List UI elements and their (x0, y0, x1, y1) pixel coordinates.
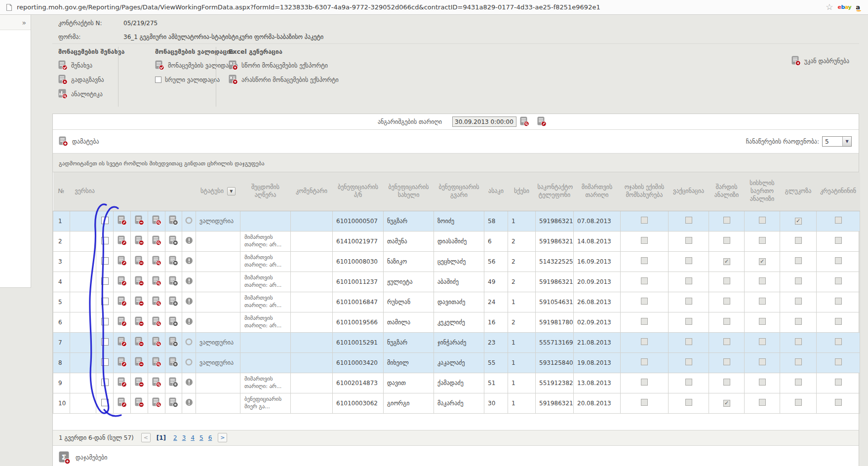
row-select-checkbox[interactable] (101, 358, 109, 366)
full-validation-checkbox[interactable]: სრული ვალიდაცია (155, 74, 238, 85)
edit-row-button[interactable] (114, 393, 131, 413)
view-row-button[interactable] (148, 251, 165, 272)
delete-row-button[interactable] (131, 393, 148, 413)
row-details-button[interactable] (165, 272, 182, 292)
save-button[interactable]: შენახვა (58, 60, 125, 71)
row-details-button[interactable] (165, 211, 182, 231)
amazon-extension-icon[interactable]: a (856, 3, 862, 11)
delete-row-button[interactable] (131, 373, 148, 393)
row-details-button[interactable] (165, 292, 182, 312)
export-valid-button[interactable]: სწორი მონაცემების ექსპორტი (229, 60, 339, 71)
col-header-vaccination[interactable]: ვაქცინაცია (669, 172, 709, 211)
edit-row-button[interactable] (114, 211, 131, 231)
edit-row-button[interactable] (114, 251, 131, 272)
delete-row-button[interactable] (131, 251, 148, 272)
page-link[interactable]: 5 (199, 434, 203, 441)
row-select-checkbox[interactable] (101, 338, 109, 346)
row-details-button[interactable] (165, 231, 182, 251)
view-row-button[interactable] (148, 312, 165, 332)
page-link[interactable]: 4 (191, 434, 195, 441)
edit-row-button[interactable] (114, 231, 131, 251)
row-select-checkbox[interactable] (101, 318, 109, 325)
edit-row-button[interactable] (114, 373, 131, 393)
col-header-family-doctor[interactable]: ოჯახის ექიმის მომსახურება (621, 172, 669, 211)
validate-button[interactable]: მონაცემების ვალიდაცია (155, 60, 238, 71)
view-row-button[interactable] (148, 231, 165, 251)
col-header-phone[interactable]: საკონტაქტო ტელეფონი (536, 172, 574, 211)
row-select-checkbox[interactable] (101, 379, 109, 386)
col-header-first-name[interactable]: ბენეფიციარის სახელი (384, 172, 434, 211)
row-details-button[interactable] (165, 312, 182, 332)
view-row-button[interactable] (148, 393, 165, 413)
col-header-pn[interactable]: ბენეფიციარის პ/ნ (333, 172, 384, 211)
url-text[interactable]: reporting.moh.gov.ge/Reporting/Pages/Dat… (17, 3, 821, 11)
row-details-button[interactable] (165, 332, 182, 352)
edit-row-button[interactable] (114, 332, 131, 352)
page-link[interactable]: 3 (182, 434, 186, 441)
col-header-visit-date[interactable]: მიმართვის თარიღი (574, 172, 621, 211)
view-row-button[interactable] (148, 352, 165, 373)
vaccination-checkbox-cell (669, 393, 709, 413)
glucose-checkbox (795, 318, 802, 325)
status-filter-button[interactable]: ▼ (227, 187, 236, 195)
date-edit-button[interactable] (537, 116, 547, 127)
back-button[interactable]: უკან დაბრუნება (791, 56, 849, 66)
delete-row-button[interactable] (131, 272, 148, 292)
delete-row-button[interactable] (131, 332, 148, 352)
totals-button[interactable]: Σ დაჯამებები (53, 451, 859, 465)
row-select-checkbox[interactable] (101, 399, 109, 406)
send-button[interactable]: გადაგზავნა (58, 74, 125, 85)
row-details-button[interactable] (165, 393, 182, 413)
col-header-status[interactable]: სტატუსი ▼ (196, 172, 240, 211)
col-header-blood[interactable]: სისხლის საერთო ანალიზი (745, 172, 780, 211)
page-link[interactable]: 2 (173, 434, 177, 441)
error-description (240, 211, 291, 231)
col-header-creatinine[interactable]: კრეატინინინ (817, 172, 860, 211)
delete-row-button[interactable] (131, 231, 148, 251)
view-row-button[interactable] (148, 272, 165, 292)
row-select-checkbox[interactable] (101, 277, 109, 285)
urine-analysis-checkbox (723, 318, 730, 325)
delete-row-button[interactable] (131, 312, 148, 332)
page-link[interactable]: 6 (208, 434, 212, 441)
delete-row-button[interactable] (131, 211, 148, 231)
delete-row-button[interactable] (131, 352, 148, 373)
row-details-button[interactable] (165, 251, 182, 272)
col-header-urine[interactable]: შარდის ანალიზი (709, 172, 745, 211)
date-lookup-button[interactable] (520, 116, 529, 127)
next-page-button[interactable]: > (218, 433, 227, 442)
col-header-last-name[interactable]: ბენეფიციარის გვარი (434, 172, 484, 211)
edit-row-button[interactable] (114, 312, 131, 332)
version-cell (70, 272, 96, 292)
row-details-button[interactable] (165, 373, 182, 393)
toolbar: მონაცემების შენახვა შენახვა გადაგზავნა ა… (52, 43, 859, 114)
sidebar-expand-icon[interactable]: » (22, 19, 26, 27)
edit-row-button[interactable] (114, 272, 131, 292)
row-select-checkbox[interactable] (101, 257, 109, 265)
col-header-num[interactable]: № (53, 172, 70, 211)
view-row-button[interactable] (148, 373, 165, 393)
analytics-button[interactable]: ანალიტიკა (58, 88, 125, 100)
view-row-button[interactable] (148, 292, 165, 312)
edit-row-button[interactable] (114, 292, 131, 312)
ebay-extension-icon[interactable]: ebay (838, 4, 852, 10)
view-row-button[interactable] (148, 211, 165, 231)
row-details-button[interactable] (165, 352, 182, 373)
col-header-version[interactable]: ვერსია (70, 172, 96, 211)
bookmark-star-icon[interactable]: ☆ (826, 3, 833, 11)
records-count-select[interactable]: 5 ▼ (822, 136, 852, 147)
edit-row-button[interactable] (114, 352, 131, 373)
delete-row-button[interactable] (131, 292, 148, 312)
col-header-age[interactable]: ასაკი (484, 172, 508, 211)
col-header-error[interactable]: შეცდომის აღწერა (240, 172, 291, 211)
col-header-sex[interactable]: სქესი (508, 172, 536, 211)
col-header-comment[interactable]: კომენტარი (291, 172, 333, 211)
report-date-input[interactable] (452, 116, 516, 127)
col-header-glucose[interactable]: გლუკოზა (780, 172, 817, 211)
row-select-checkbox[interactable] (101, 217, 109, 224)
export-invalid-button[interactable]: არასწორი მონაცემების ექსპორტი (229, 74, 339, 85)
add-record-button[interactable]: დამატება (59, 136, 99, 147)
view-row-button[interactable] (148, 332, 165, 352)
row-select-checkbox[interactable] (101, 237, 109, 244)
row-select-checkbox[interactable] (101, 298, 109, 305)
